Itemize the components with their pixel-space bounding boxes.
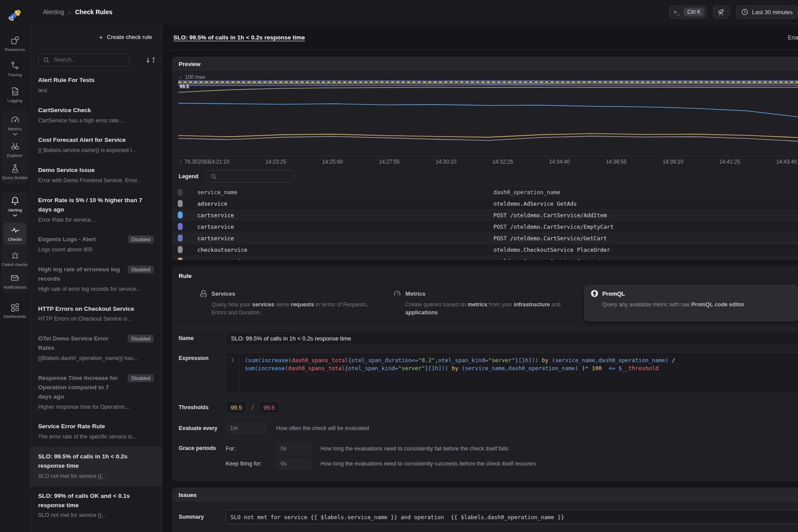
sidebar-item-notifications[interactable]: Notifications	[1, 273, 29, 289]
series-color-swatch[interactable]	[178, 235, 183, 242]
series-color-swatch[interactable]	[178, 200, 183, 207]
logging-icon	[10, 86, 20, 96]
sidebar-item-metrics[interactable]: Metrics	[1, 115, 29, 135]
telescope-button[interactable]	[713, 5, 730, 19]
breadcrumb-section[interactable]: Alerting	[43, 8, 64, 16]
legend-operation-name: oteldemo.CurrencyService Convert	[493, 258, 798, 260]
legend-row[interactable]: checkoutservice oteldemo.CheckoutService…	[172, 244, 798, 255]
check-rule-item[interactable]: Demo Service Issue Error with Demo Front…	[30, 160, 162, 191]
legend-bar: Legend	[172, 167, 798, 186]
check-rule-item[interactable]: Evgenis Logs - Alert Disabled Logs count…	[30, 230, 162, 260]
series-color-swatch[interactable]	[178, 258, 183, 260]
sidebar-item-logging[interactable]: Logging	[1, 86, 29, 103]
summary-label: Summary	[179, 514, 226, 520]
check-rule-title: Cost Forecast Alert for Service	[38, 136, 126, 145]
sidebar-item-alerting[interactable]: Alerting	[1, 196, 29, 216]
name-row: Name	[172, 328, 798, 348]
check-rule-item[interactable]: Error Rate is 5% / 10 % higher than 7 da…	[30, 191, 162, 230]
check-rule-item[interactable]: SLO: 99.5% of calls in 1h < 0.2s respons…	[30, 447, 162, 486]
legend-operation-name: oteldemo.CheckoutService PlaceOrder	[493, 246, 798, 253]
check-rule-description: The error rate of the specific service i…	[38, 433, 154, 441]
preview-chart[interactable]: ↓ 100 max 99.5	[178, 72, 798, 156]
time-range-picker[interactable]: Last 30 minutes	[736, 5, 798, 19]
check-rule-item[interactable]: Response Time Increase for Operation com…	[30, 368, 162, 417]
failed-checks-siren-icon	[10, 250, 20, 260]
sidebar-item-label: Query Builder	[2, 175, 27, 180]
legend-service-name: cartservice	[197, 235, 493, 242]
check-rule-title: High log rate of erroneus log records	[38, 265, 124, 284]
check-rule-item[interactable]: High log rate of erroneus log records Di…	[30, 260, 162, 299]
query-type-services[interactable]: Services Query how your services serve r…	[193, 285, 376, 321]
evaluate-interval-input[interactable]	[226, 422, 267, 434]
summary-input[interactable]	[226, 510, 798, 524]
create-check-rule-label: Create check rule	[107, 34, 152, 40]
rule-panel: Rule Services Query how your services se…	[172, 266, 798, 481]
check-rule-item[interactable]: SLO: 99% of calls OK and < 0.1s response…	[30, 486, 162, 526]
rule-name-input[interactable]	[226, 332, 798, 345]
series-color-swatch[interactable]	[178, 211, 183, 219]
x-axis-tick: 14:39:10	[663, 159, 684, 165]
page-title[interactable]: SLO: 99.5% of calls in 1h < 0.2s respons…	[173, 34, 305, 41]
legend-search-input[interactable]	[220, 173, 290, 180]
expression-code[interactable]: (sum(increase(dash0_spans_total{otel_spa…	[239, 353, 675, 393]
legend-row[interactable]: cartservice POST /oteldemo.CartService/E…	[172, 221, 798, 232]
sidebar-item-checks[interactable]: Checks	[4, 223, 27, 245]
check-rule-item[interactable]: HTTP Errors on Checkout Service HTTP Err…	[30, 299, 162, 329]
legend-service-name: checkoutservice	[197, 246, 493, 253]
chart-threshold-label: 99.5	[180, 84, 189, 89]
search-icon	[211, 173, 217, 180]
check-rule-item[interactable]: Service Error Rate Rule The error rate o…	[30, 417, 162, 447]
legend-search-box[interactable]	[206, 170, 295, 183]
legend-row[interactable]: cartservice POST /oteldemo.CartService/A…	[172, 209, 798, 221]
editor-line-number: 1	[226, 353, 239, 393]
query-type-metrics[interactable]: Metrics Create queries based on metrics …	[387, 285, 573, 321]
series-color-swatch[interactable]	[178, 223, 183, 230]
series-color-swatch[interactable]	[178, 189, 183, 196]
promql-editor[interactable]: 1 (sum(increase(dash0_spans_total{otel_s…	[226, 352, 798, 393]
grace-period-row: For: How long the evaluations need to co…	[226, 442, 536, 455]
sidebar-item-explorer[interactable]: Explorer	[1, 141, 29, 158]
query-type-promql[interactable]: PromQL Query any available metric with r…	[584, 285, 798, 321]
check-rule-description: Higher response time for Operation...	[38, 403, 154, 411]
rules-search-input[interactable]	[54, 57, 125, 63]
sidebar-item-failed-checks[interactable]: Failed checks	[1, 250, 29, 267]
sidebar-item-tracing[interactable]: Tracing	[1, 61, 29, 77]
grace-period-row: Keep firing for: How long the evaluation…	[226, 458, 536, 470]
rules-search-row: AZ	[30, 50, 162, 70]
check-rule-item[interactable]: Cost Forecast Alert for Service {{ $labe…	[30, 130, 162, 160]
sidebar-item-dashboards[interactable]: Dashboards	[1, 302, 29, 319]
legend-column-operation: dash0_operation_name	[493, 189, 798, 196]
command-palette-button[interactable]: >_ Ctrl K	[669, 5, 707, 19]
check-rule-title: Response Time Increase for Operation com…	[38, 374, 124, 402]
failed-threshold-input[interactable]	[258, 401, 280, 414]
legend-row[interactable]: currencyservice oteldemo.CurrencyService…	[172, 255, 798, 260]
grace-period-input[interactable]	[276, 458, 312, 470]
degraded-threshold-input[interactable]	[226, 401, 247, 414]
disabled-badge: Disabled	[128, 335, 154, 343]
explorer-binoculars-icon	[10, 141, 20, 151]
sort-button[interactable]: AZ	[146, 57, 155, 63]
dash0-logo[interactable]	[5, 5, 25, 25]
check-rule-description: SLO not met for service {{...	[38, 472, 154, 481]
dashboards-grid-icon	[10, 302, 20, 312]
threshold-separator: /	[252, 404, 254, 411]
evaluate-label: Evaluate every	[179, 425, 226, 431]
create-check-rule-button[interactable]: + Create check rule	[99, 33, 152, 41]
check-rule-item[interactable]: CartService Check CartService has a high…	[30, 101, 162, 131]
issues-panel: Issues Summary	[172, 488, 798, 532]
legend-row[interactable]: cartservice POST /oteldemo.CartService/G…	[172, 232, 798, 244]
query-type-description: Query any available metric with raw Prom…	[602, 301, 792, 309]
grace-period-help-text: How long the evaluations need to consist…	[321, 461, 536, 467]
sidebar-item-label: Alerting	[8, 207, 22, 212]
rules-search-box[interactable]	[38, 53, 129, 66]
check-rule-item[interactable]: OTel Demo Service Error Rates Disabled {…	[30, 329, 162, 368]
check-rule-item[interactable]: Alert Rule For Tests test	[30, 70, 162, 101]
x-axis-tick: 14:27:55	[379, 159, 400, 165]
grace-period-input[interactable]	[276, 442, 312, 455]
sidebar-item-resources[interactable]: Resources	[1, 35, 29, 52]
series-color-swatch[interactable]	[178, 246, 183, 253]
sidebar-item-query-builder[interactable]: Query Builder	[1, 164, 29, 180]
preview-panel: Preview ↓ 100 max 99.5 ↑ 76.302083 14:21…	[172, 57, 798, 260]
chart-min-label: ↑ 76.302083	[179, 159, 210, 165]
legend-row[interactable]: adservice oteldemo.AdService GetAds	[172, 198, 798, 209]
